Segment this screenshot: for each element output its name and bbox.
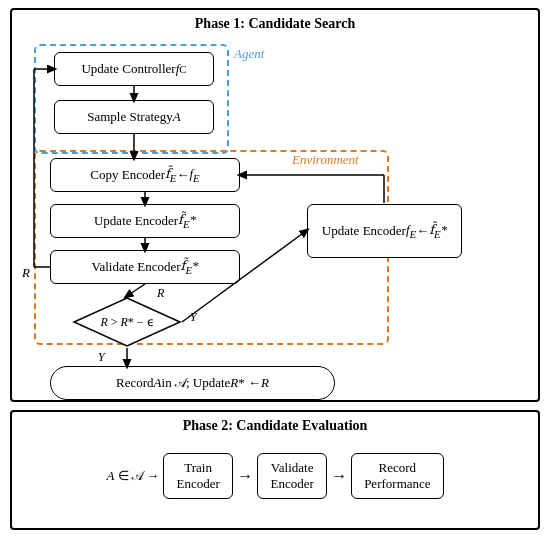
validate-encoder-box: Validate Encoder f̃E* [50,250,240,284]
main-container: Phase 1: Candidate Search Agent Environm… [0,0,550,538]
svg-marker-0 [74,298,180,346]
arrow1: → [237,467,253,485]
train-encoder-box: TrainEncoder [163,453,233,499]
update-controller-box: Update Controller fC [54,52,214,86]
sample-strategy-box: Sample Strategy A [54,100,214,134]
phase2-title: Phase 2: Candidate Evaluation [20,418,530,434]
agent-label: Agent [234,46,264,62]
y-label-right: Y [190,310,197,325]
update-encoder-tilde-box: Update Encoder f̃E* [50,204,240,238]
phase2-container: Phase 2: Candidate Evaluation A ∈ 𝒜 → Tr… [10,410,540,530]
r-label-left: R [22,265,30,281]
phase1-title: Phase 1: Candidate Search [20,16,530,32]
y-label-bottom: Y [98,350,105,365]
diamond-container: R > R* − ϵ [72,296,182,348]
record-performance-box: RecordPerformance [351,453,443,499]
copy-encoder-box: Copy Encoder f̃E ← fE [50,158,240,192]
r-label-diamond: R [157,286,164,301]
phase2-content: A ∈ 𝒜 → TrainEncoder → ValidateEncoder →… [20,440,530,512]
phase1-container: Phase 1: Candidate Search Agent Environm… [10,8,540,402]
update-encoder-right-box: Update Encoder fE ← f̃E* [307,204,462,258]
record-box: Record A in 𝒜; Update R* ← R [50,366,335,400]
phase2-input-label: A ∈ 𝒜 → [106,468,159,484]
env-label: Environment [292,152,359,168]
arrow2: → [331,467,347,485]
validate-encoder-box-p2: ValidateEncoder [257,453,327,499]
